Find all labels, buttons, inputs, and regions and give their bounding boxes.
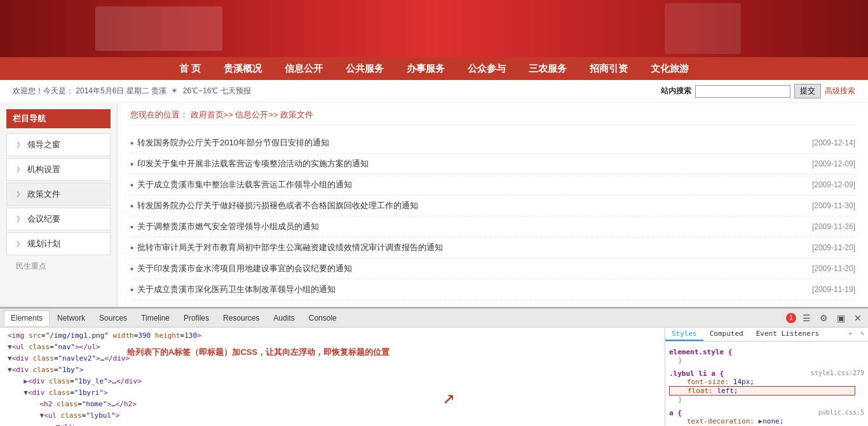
tab-elements[interactable]: Elements <box>4 310 50 326</box>
news-bullet-3: ▪ <box>130 201 133 211</box>
news-link-4[interactable]: 关于调整贵溪市燃气安全管理领导小组成员的通知 <box>137 221 319 232</box>
news-bullet-1: ▪ <box>130 159 133 169</box>
nav-agriculture[interactable]: 三农服务 <box>517 57 578 80</box>
html-line-8[interactable]: ▼<li> <box>0 422 665 426</box>
styles-add-icon[interactable]: + <box>844 328 857 341</box>
styles-rules: element.style { } .lybul li a { style1.c… <box>665 344 868 426</box>
sidebar: 栏目导航 领导之窗 机构设置 政策文件 会议纪要 规划计划 民生重点 <box>0 103 118 307</box>
html-line-6[interactable]: <h2 class="home">…</h2> <box>0 399 665 410</box>
date-text: 2014年5月6日 星期二 贵溪 <box>76 86 166 95</box>
sidebar-more: 民生重点 <box>6 257 111 276</box>
breadcrumb: 您现在的位置： 政府首页>> 信息公开>> 政策文件 <box>130 109 855 125</box>
sidebar-item-guihua[interactable]: 规划计划 <box>6 232 111 255</box>
sidebar-item-jigou[interactable]: 机构设置 <box>6 158 111 181</box>
nav-public-service[interactable]: 公共服务 <box>334 57 395 80</box>
error-badge: 1 <box>786 313 796 323</box>
tab-console[interactable]: Console <box>302 311 343 325</box>
news-date-7: [2009-11-19] <box>812 285 855 294</box>
news-link-2[interactable]: 关于成立贵溪市集中整治非法载客营运工作领导小组的通知 <box>137 179 352 190</box>
news-date-3: [2009-11-30] <box>812 201 855 210</box>
devtools-list-icon[interactable]: ☰ <box>800 312 813 324</box>
nav-investment[interactable]: 招商引资 <box>578 57 639 80</box>
news-link-0[interactable]: 转发国务院办公厅关于2010年部分节假日安排的通知 <box>137 137 329 149</box>
news-link-5[interactable]: 批转市审计局关于对市教育局初中部学生公寓融资建设绩效情况审计调查报告的通知 <box>137 242 443 253</box>
news-bullet-5: ▪ <box>130 243 133 253</box>
nav-info[interactable]: 信息公开 <box>273 57 334 80</box>
sidebar-item-zhengce[interactable]: 政策文件 <box>6 183 111 206</box>
sidebar-item-huiyi[interactable]: 会议纪要 <box>6 208 111 230</box>
website-area: 首 页 贵溪概况 信息公开 公共服务 办事服务 公众参与 三农服务 招商引资 文… <box>0 0 868 307</box>
nav-bar: 首 页 贵溪概况 信息公开 公共服务 办事服务 公众参与 三农服务 招商引资 文… <box>0 57 868 80</box>
news-bullet-7: ▪ <box>130 284 133 295</box>
news-date-1: [2009-12-09] <box>812 159 855 168</box>
styles-tab-event-listeners[interactable]: Event Listeners <box>750 328 825 341</box>
styles-tabs: Styles Computed Event Listeners + ✎ <box>665 328 868 342</box>
nav-public-participation[interactable]: 公众参与 <box>456 57 517 80</box>
search-submit-button[interactable]: 提交 <box>794 84 821 98</box>
news-item-6: ▪ 关于印发贵溪市金水湾项目用地建设事宜的会议纪要的通知 [2009-11-20… <box>130 258 855 279</box>
html-line-3[interactable]: ▼<div class="1by"> <box>0 364 665 376</box>
html-line-2[interactable]: ▼<div class="navlev2">…</div> <box>0 353 665 364</box>
tab-timeline[interactable]: Timeline <box>135 311 176 325</box>
devtools-dock-icon[interactable]: ▣ <box>834 312 848 324</box>
devtools-panel: Elements Network Sources Timeline Profil… <box>0 307 868 426</box>
html-line-1[interactable]: ▼<ul class="nav"></ul> <box>0 342 665 353</box>
devtools-main: <img src="/img/img1.png" width=390 heigh… <box>0 328 868 426</box>
info-bar: 欢迎您！今天是： 2014年5月6日 星期二 贵溪 ☀ 26℃~16℃ 七天预报… <box>0 80 868 103</box>
html-line-7[interactable]: ▼<ul class="lybul"> <box>0 410 665 422</box>
news-bullet-0: ▪ <box>130 138 133 148</box>
news-item-1: ▪ 印发关于集中开展非法载客营运专项整治活动的实施方案的通知 [2009-12-… <box>130 154 855 175</box>
news-date-0: [2009-12-14] <box>812 138 855 147</box>
devtools-close-icon[interactable]: ✕ <box>851 312 864 324</box>
news-item-2: ▪ 关于成立贵溪市集中整治非法载客营运工作领导小组的通知 [2009-12-09… <box>130 175 855 196</box>
tab-resources[interactable]: Resources <box>217 311 266 325</box>
weather-text: 26℃~16℃ 七天预报 <box>183 86 251 95</box>
news-item-4: ▪ 关于调整贵溪市燃气安全管理领导小组成员的通知 [2009-11-26] <box>130 216 855 237</box>
tab-audits[interactable]: Audits <box>267 311 301 325</box>
nav-home[interactable]: 首 页 <box>168 57 212 80</box>
tab-sources[interactable]: Sources <box>93 311 133 325</box>
search-area: 站内搜索 提交 高级搜索 <box>661 84 855 98</box>
news-link-6[interactable]: 关于印发贵溪市金水湾项目用地建设事宜的会议纪要的通知 <box>137 263 352 274</box>
news-date-5: [2009-11-20] <box>812 243 855 252</box>
news-link-3[interactable]: 转发国务院办公厅关于做好碰损污损褪色或者不合格国旗回收处理工作的通知 <box>137 200 418 211</box>
news-link-7[interactable]: 关于成立贵溪市深化医药卫生体制改革领导小组的通知 <box>137 284 336 295</box>
weather-icon: ☀ <box>171 86 178 95</box>
nav-overview[interactable]: 贵溪概况 <box>212 57 273 80</box>
tab-network[interactable]: Network <box>51 311 92 325</box>
news-item-0: ▪ 转发国务院办公厅关于2010年部分节假日安排的通知 [2009-12-14] <box>130 133 855 154</box>
advanced-search-link[interactable]: 高级搜索 <box>825 86 855 97</box>
news-item-7: ▪ 关于成立贵溪市深化医药卫生体制改革领导小组的通知 [2009-11-19] <box>130 279 855 300</box>
sidebar-item-lingjiao[interactable]: 领导之窗 <box>6 133 111 156</box>
devtools-settings-icon[interactable]: ⚙ <box>817 312 831 324</box>
welcome-text: 欢迎您！今天是： <box>13 86 74 95</box>
news-item-5: ▪ 批转市审计局关于对市教育局初中部学生公寓融资建设绩效情况审计调查报告的通知 … <box>130 237 855 258</box>
html-line-4[interactable]: ▶<div class="1by_le">…</div> <box>0 376 665 387</box>
search-label: 站内搜索 <box>661 86 691 97</box>
styles-panel: Styles Computed Event Listeners + ✎ elem… <box>665 328 868 426</box>
styles-edit-icon[interactable]: ✎ <box>856 328 868 341</box>
news-bullet-2: ▪ <box>130 180 133 190</box>
tab-profiles[interactable]: Profiles <box>177 311 215 325</box>
info-bar-left: 欢迎您！今天是： 2014年5月6日 星期二 贵溪 ☀ 26℃~16℃ 七天预报 <box>13 86 661 97</box>
styles-tab-computed[interactable]: Computed <box>703 328 750 341</box>
news-bullet-6: ▪ <box>130 263 133 274</box>
html-tree-panel[interactable]: <img src="/img/img1.png" width=390 heigh… <box>0 328 665 426</box>
html-line-5[interactable]: ▼<div class="1byri"> <box>0 387 665 399</box>
devtools-toolbar-right: 1 ☰ ⚙ ▣ ✕ <box>786 312 864 324</box>
style-rule-element: element.style { } <box>669 348 864 364</box>
search-input[interactable] <box>695 85 790 98</box>
style-rule-lybul: .lybul li a { style1.css:279 font-size: … <box>669 369 864 404</box>
nav-work-service[interactable]: 办事服务 <box>395 57 456 80</box>
sidebar-title: 栏目导航 <box>6 109 111 128</box>
html-line-0[interactable]: <img src="/img/img1.png" width=390 heigh… <box>0 330 665 342</box>
style-rule-anchor: a { public.css:5 text-decoration: ▶none;… <box>669 409 864 426</box>
news-list: ▪ 转发国务院办公厅关于2010年部分节假日安排的通知 [2009-12-14]… <box>130 133 855 300</box>
nav-culture[interactable]: 文化旅游 <box>639 57 700 80</box>
styles-tab-styles[interactable]: Styles <box>665 328 703 341</box>
news-date-2: [2009-12-09] <box>812 180 855 189</box>
news-link-1[interactable]: 印发关于集中开展非法载客营运专项整治活动的实施方案的通知 <box>137 158 369 170</box>
top-banner <box>0 0 868 57</box>
devtools-toolbar: Elements Network Sources Timeline Profil… <box>0 309 868 328</box>
news-item-3: ▪ 转发国务院办公厅关于做好碰损污损褪色或者不合格国旗回收处理工作的通知 [20… <box>130 196 855 216</box>
